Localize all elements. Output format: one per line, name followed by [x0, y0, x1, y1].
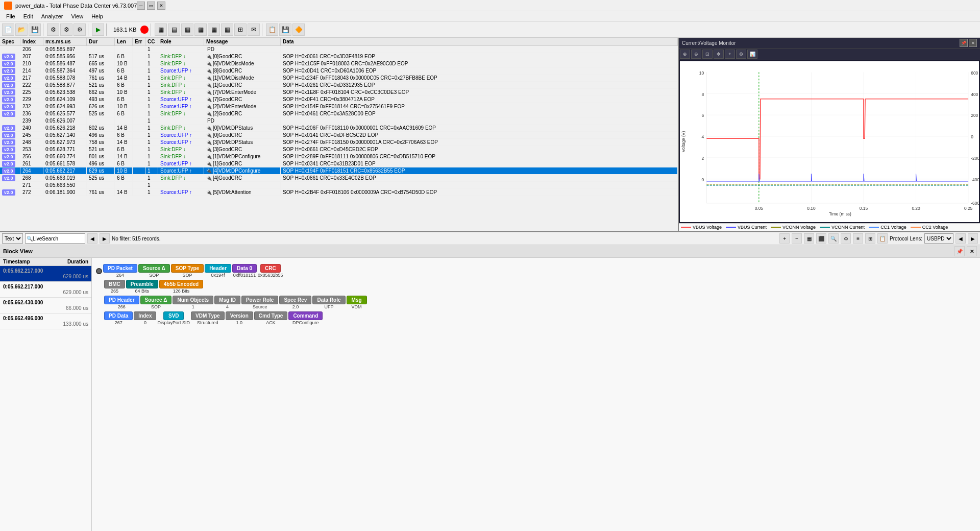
play-button[interactable]: ▶ [92, 23, 104, 36]
spec-badge: v2.0 [2, 154, 15, 160]
filter-type-select[interactable]: Text [2, 233, 23, 244]
cell-msg: 🔌[4]VDM:DPConfigure [204, 167, 281, 174]
cell-err [133, 46, 145, 53]
table-row[interactable]: v2.0 253 0:05.628.771 521 us 6 B 1 Sink:… [0, 146, 678, 153]
table-row[interactable]: v2.0 214 0:05.587.364 497 us 6 B 1 Sourc… [0, 67, 678, 75]
cell-len: 6 B [115, 175, 133, 181]
svg-text:0: 0 [701, 177, 704, 182]
config-btn[interactable]: 🔶 [292, 23, 305, 36]
table-row[interactable]: 239 0:05.626.007 1 PD [0, 117, 678, 125]
filter-btn-7[interactable]: ≡ [853, 233, 863, 244]
filter-add-button[interactable]: + [779, 233, 790, 244]
filter-btn-8[interactable]: ⊞ [865, 233, 875, 244]
spec-badge: v2.0 [2, 125, 15, 131]
settings-button-3[interactable]: ⚙ [74, 23, 86, 36]
search-input[interactable] [33, 234, 84, 243]
vm-fit[interactable]: ⊡ [702, 50, 713, 59]
table-row[interactable]: 206 0:05.585.897 1 PD [0, 46, 678, 53]
vm-export[interactable]: 📊 [747, 50, 757, 59]
menu-file[interactable]: File [2, 12, 19, 20]
svg-text:6: 6 [701, 113, 704, 118]
cell-data: SOP H=0x274F 0xFF018150 0x00000001A CRC=… [281, 139, 678, 146]
table-row[interactable]: v2.0 268 0:05.663.019 525 us 6 B 1 Sink:… [0, 175, 678, 182]
bv-pin-button[interactable]: 📌 [954, 246, 965, 256]
layout-btn-3[interactable]: ▦ [181, 23, 193, 36]
bv-list-item[interactable]: 0:05.662.496.000 133.000 us [0, 313, 91, 329]
filter-clear-button[interactable]: ▶ [100, 233, 110, 244]
save-button[interactable]: 💾 [29, 23, 41, 36]
table-row[interactable]: v2.0 217 0:05.588.078 761 us 14 B 1 Sink… [0, 75, 678, 82]
bv-list-item[interactable]: 0:05.662.217.000 629.000 us [0, 282, 91, 298]
cell-cc: 1 [145, 82, 158, 88]
window-controls[interactable]: ─ ▭ ✕ [137, 2, 165, 10]
cell-msg: 🔌[0]GoodCRC [204, 53, 281, 60]
table-row[interactable]: v2.0 261 0:05.661.578 496 us 6 B 1 Sourc… [0, 160, 678, 167]
vm-pan[interactable]: ✥ [714, 50, 724, 59]
minimize-button[interactable]: ─ [137, 2, 145, 10]
settings-button-1[interactable]: ⚙ [47, 23, 59, 36]
table-row[interactable]: v2.0 272 0:06.181.900 761 us 14 B 1 Sour… [0, 189, 678, 196]
lens-prev[interactable]: ◀ [955, 233, 966, 244]
filter-btn-3[interactable]: ▦ [804, 233, 814, 244]
cell-msg: 🔌[2]VDM:EnterMode [204, 103, 281, 110]
layout-btn-2[interactable]: ▤ [168, 23, 180, 36]
table-row[interactable]: v2.0 245 0:05.627.140 496 us 6 B 1 Sourc… [0, 132, 678, 139]
menu-analyzer[interactable]: Analyzer [37, 12, 67, 20]
open-button[interactable]: 📂 [15, 23, 28, 36]
close-button[interactable]: ✕ [157, 2, 165, 10]
lens-next[interactable]: ▶ [968, 233, 978, 244]
legend-line-cc2 [911, 227, 921, 228]
table-row[interactable]: 271 0:05.663.550 1 [0, 182, 678, 189]
table-row[interactable]: v2.0 225 0:05.623.538 662 us 10 B 1 Sink… [0, 89, 678, 96]
bv-block-col: Power Role Source [241, 296, 278, 309]
layout-btn-8[interactable]: ✉ [248, 23, 260, 36]
vm-zoom-in[interactable]: ⊕ [680, 50, 690, 59]
vm-close-button[interactable]: ✕ [969, 39, 977, 47]
filter-btn-6[interactable]: ⚙ [841, 233, 851, 244]
table-row[interactable]: v2.0 222 0:05.588.877 521 us 6 B 1 Sink:… [0, 82, 678, 89]
filter-btn-4[interactable]: ⬛ [816, 233, 826, 244]
msg-icon: 🔌 [206, 61, 212, 66]
menu-view[interactable]: View [67, 12, 88, 20]
bv-list-item[interactable]: 0:05.662.217.000 629.000 us [0, 266, 91, 282]
table-row[interactable]: v2.0 229 0:05.624.109 493 us 6 B 1 Sourc… [0, 96, 678, 103]
bv-block-value: 4 [226, 304, 229, 309]
settings-button-2[interactable]: ⚙ [60, 23, 72, 36]
lens-select[interactable]: USBPD [924, 233, 953, 244]
table-row[interactable]: v2.0 236 0:05.625.577 525 us 6 B 1 Sink:… [0, 110, 678, 117]
layout-btn-6[interactable]: ▦ [221, 23, 233, 36]
table-row[interactable]: v2.0 232 0:05.624.993 626 us 10 B 1 Sour… [0, 103, 678, 110]
table-row[interactable]: v2.0 210 0:05.586.487 665 us 10 B 1 Sink… [0, 60, 678, 67]
layout-btn-5[interactable]: ▦ [208, 23, 220, 36]
restore-button[interactable]: ▭ [147, 2, 155, 10]
filter-apply-button[interactable]: ◀ [87, 233, 97, 244]
filter-remove-button[interactable]: − [792, 233, 802, 244]
bv-block: CRC [260, 264, 281, 273]
layout-btn-1[interactable]: ▦ [155, 23, 167, 36]
table-row[interactable]: v2.0 264 0:05.662.217 629 us 10 B 1 Sour… [0, 167, 678, 175]
layout-btn-4[interactable]: ▦ [194, 23, 207, 36]
vm-zoom-out[interactable]: ⊖ [691, 50, 701, 59]
cell-spec [0, 182, 20, 188]
cell-dur: 761 us [87, 189, 115, 196]
vm-pin-button[interactable]: 📌 [960, 39, 968, 47]
vm-cursor[interactable]: + [725, 50, 735, 59]
vm-settings[interactable]: ⚙ [736, 50, 746, 59]
filter-btn-9[interactable]: 📋 [877, 233, 888, 244]
export-btn[interactable]: 📋 [266, 23, 278, 36]
vm-corner-buttons[interactable]: 📌 ✕ [960, 39, 977, 47]
save2-btn[interactable]: 💾 [279, 23, 291, 36]
table-row[interactable]: v2.0 240 0:05.626.218 802 us 14 B 1 Sink… [0, 125, 678, 132]
menu-edit[interactable]: Edit [19, 12, 37, 20]
layout-btn-7[interactable]: ⊞ [234, 23, 247, 36]
table-row[interactable]: v2.0 256 0:05.660.774 801 us 14 B 1 Sink… [0, 153, 678, 160]
filter-btn-5[interactable]: 🔍 [828, 233, 839, 244]
table-row[interactable]: v2.0 207 0:05.585.956 517 us 6 B 1 Sink:… [0, 53, 678, 60]
bv-close-button[interactable]: ✕ [967, 246, 977, 256]
new-button[interactable]: 📄 [2, 23, 14, 36]
cell-dur: 497 us [87, 67, 115, 74]
bv-list-item[interactable]: 0:05.662.430.000 66.000 us [0, 298, 91, 313]
table-row[interactable]: v2.0 248 0:05.627.973 758 us 14 B 1 Sour… [0, 139, 678, 146]
menu-help[interactable]: Help [87, 12, 107, 20]
cell-len: 10 B [115, 60, 133, 67]
